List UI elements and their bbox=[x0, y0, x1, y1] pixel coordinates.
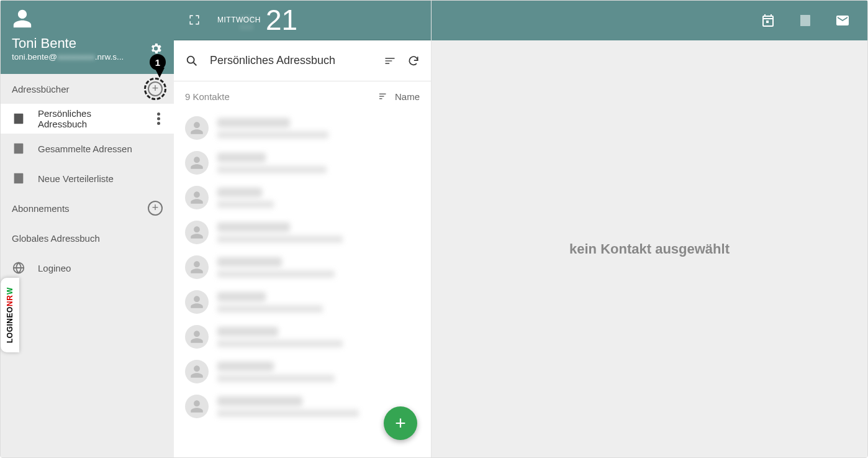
refresh-icon[interactable] bbox=[407, 55, 420, 67]
contact-list-item[interactable] bbox=[174, 355, 431, 390]
svg-point-2 bbox=[157, 122, 160, 125]
contact-text bbox=[217, 257, 420, 278]
contact-avatar-icon bbox=[185, 221, 209, 244]
count-row: 9 Kontakte Name bbox=[174, 81, 431, 111]
contact-list-item[interactable] bbox=[174, 285, 431, 320]
sidebar-item-label: Gesammelte Adressen bbox=[38, 144, 163, 154]
svg-point-1 bbox=[157, 117, 160, 121]
svg-point-4 bbox=[188, 56, 194, 63]
email-suffix: .nrw.s... bbox=[95, 52, 124, 62]
contact-text bbox=[217, 222, 420, 243]
sort-by-button[interactable]: Name bbox=[377, 91, 420, 102]
contact-text bbox=[217, 292, 420, 313]
contact-avatar-icon bbox=[185, 325, 209, 349]
sidebar-item-label: Persönliches Adressbuch bbox=[38, 108, 142, 129]
contact-avatar-icon bbox=[185, 290, 209, 314]
sort-by-label: Name bbox=[395, 91, 420, 102]
topbar: XXX XXX MITTWOCH 21 bbox=[174, 1, 431, 40]
empty-detail-text: kein Kontakt ausgewählt bbox=[569, 241, 730, 257]
contact-text bbox=[217, 188, 420, 208]
distributionlist-icon bbox=[12, 172, 25, 185]
sidebar-item-collected[interactable]: Gesammelte Adressen bbox=[1, 134, 174, 163]
contact-count: 9 Kontakte bbox=[185, 91, 230, 102]
contact-avatar-icon bbox=[185, 360, 209, 383]
contact-list-item[interactable] bbox=[174, 181, 431, 216]
subscriptions-header: Abonnements bbox=[1, 193, 174, 223]
email-text: toni.bente@xxxxxxxxx.nrw.s... bbox=[12, 52, 163, 62]
add-contact-fab[interactable]: + bbox=[384, 406, 417, 440]
profile-header: Toni Bente toni.bente@xxxxxxxxx.nrw.s... bbox=[1, 1, 174, 74]
search-icon[interactable] bbox=[185, 54, 199, 68]
contact-list-item[interactable] bbox=[174, 216, 431, 250]
contacts-column: XXX XXX MITTWOCH 21 Persönliches Adressb… bbox=[174, 1, 432, 457]
app-root: Toni Bente toni.bente@xxxxxxxxx.nrw.s...… bbox=[0, 0, 868, 458]
plus-circle-icon bbox=[148, 81, 163, 96]
sidebar-item-logineo[interactable]: Logineo bbox=[1, 253, 174, 283]
contact-avatar-icon bbox=[185, 255, 209, 279]
addressbook-title: Persönliches Adressbuch bbox=[210, 54, 373, 67]
email-prefix: toni.bente@ bbox=[12, 52, 57, 62]
contact-list-item[interactable] bbox=[174, 250, 431, 285]
plus-circle-icon bbox=[148, 201, 163, 216]
contact-text bbox=[217, 327, 420, 347]
detail-column: kein Kontakt ausgewählt bbox=[432, 1, 867, 457]
contact-list-item[interactable] bbox=[174, 111, 431, 146]
sidebar-item-label: Neue Verteilerliste bbox=[38, 173, 163, 184]
detail-topbar bbox=[432, 1, 867, 40]
subscriptions-label: Abonnements bbox=[12, 203, 70, 214]
fullscreen-icon[interactable] bbox=[189, 14, 200, 25]
add-subscription-button[interactable] bbox=[148, 201, 163, 216]
logo-seg1: LOGINEO bbox=[6, 306, 14, 343]
day-number: 21 bbox=[266, 3, 297, 37]
address-books-label: Adressbücher bbox=[12, 84, 70, 94]
contact-avatar-icon bbox=[185, 116, 209, 140]
address-books-list: Persönliches Adressbuch Gesammelte Adres… bbox=[1, 104, 174, 193]
contact-list[interactable] bbox=[174, 111, 431, 457]
contact-avatar-icon bbox=[185, 151, 209, 175]
global-addressbook-label: Globales Adressbuch bbox=[12, 233, 100, 244]
weekday-label: MITTWOCH bbox=[217, 16, 261, 24]
addressbook-icon bbox=[12, 112, 25, 126]
globe-icon bbox=[12, 261, 25, 275]
contact-list-item[interactable] bbox=[174, 320, 431, 355]
addressbook-icon bbox=[12, 142, 25, 155]
settings-gear-icon[interactable] bbox=[149, 42, 163, 55]
display-name: Toni Bente bbox=[12, 35, 163, 51]
mail-icon[interactable] bbox=[835, 13, 850, 28]
global-addressbook-header: Globales Adressbuch bbox=[1, 223, 174, 253]
sidebar-item-personal[interactable]: Persönliches Adressbuch bbox=[1, 104, 174, 134]
svg-point-0 bbox=[157, 112, 160, 116]
email-blurred: xxxxxxxxx bbox=[57, 52, 95, 62]
empty-detail-placeholder: kein Kontakt ausgewählt bbox=[432, 40, 867, 457]
logo-seg3: W bbox=[6, 288, 14, 295]
logineo-tab-button[interactable]: LOGINEONRW bbox=[1, 278, 19, 352]
contact-avatar-icon bbox=[185, 186, 209, 209]
search-row: Persönliches Adressbuch bbox=[174, 40, 431, 81]
date-display[interactable]: MITTWOCH 21 bbox=[217, 3, 297, 37]
more-menu-button[interactable] bbox=[155, 110, 163, 127]
avatar-icon bbox=[12, 8, 163, 29]
contacts-icon[interactable] bbox=[798, 13, 813, 28]
add-addressbook-button[interactable]: 1 bbox=[148, 81, 163, 96]
calendar-icon[interactable] bbox=[761, 13, 775, 28]
logo-seg2: NR bbox=[6, 295, 14, 306]
sidebar-item-newlist[interactable]: Neue Verteilerliste bbox=[1, 163, 174, 193]
contact-text bbox=[217, 362, 420, 382]
contact-avatar-icon bbox=[185, 395, 209, 418]
sort-icon[interactable] bbox=[384, 55, 396, 67]
address-books-header: Adressbücher 1 bbox=[1, 74, 174, 104]
contact-text bbox=[217, 153, 420, 173]
contact-list-item[interactable] bbox=[174, 146, 431, 181]
sidebar: Toni Bente toni.bente@xxxxxxxxx.nrw.s...… bbox=[1, 1, 174, 457]
contact-text bbox=[217, 118, 420, 139]
sidebar-item-label: Logineo bbox=[38, 263, 163, 273]
